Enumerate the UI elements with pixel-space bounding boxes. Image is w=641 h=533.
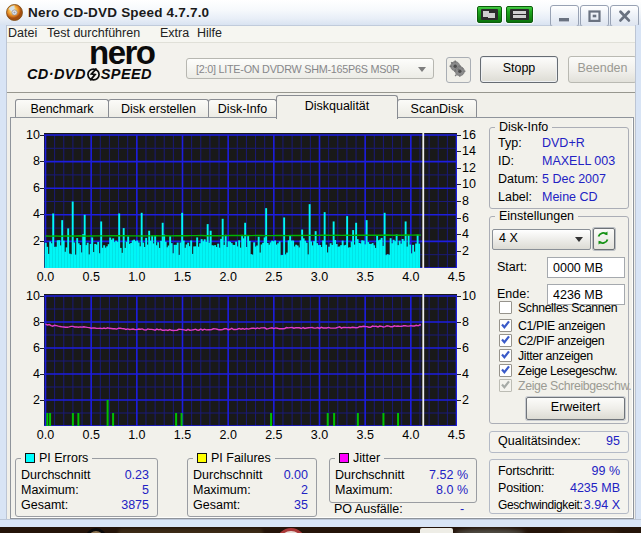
disk-label-value: Meine CD	[542, 190, 598, 205]
exit-button[interactable]: Beenden	[568, 56, 637, 83]
tray-save-glyph	[510, 9, 529, 20]
advanced-button[interactable]: Erweitert	[526, 397, 625, 420]
start-input[interactable]	[547, 257, 625, 278]
minimize-icon	[551, 6, 578, 26]
y-axis-left-label: 8	[24, 155, 40, 168]
quality-index-box: Qualitätsindex: 95	[489, 431, 629, 453]
axis-tick	[457, 218, 461, 219]
window-frame-right	[635, 25, 641, 519]
x-axis-label: 3.5	[350, 429, 380, 442]
y-axis-left-label: 10	[24, 129, 40, 142]
pi-errors-chart	[44, 133, 457, 268]
close-button[interactable]	[610, 5, 639, 27]
axis-tick	[40, 296, 44, 297]
disk-typ-value: DVD+R	[542, 136, 585, 151]
tab-disk-erstellen[interactable]: Disk erstellen	[108, 99, 209, 118]
y-axis-left-label: 8	[24, 316, 40, 329]
jitter-stats-title: Jitter	[335, 452, 384, 465]
chevron-down-icon	[418, 67, 426, 72]
settings-title: Einstellungen	[495, 210, 578, 223]
disk-info-title: Disk-Info	[495, 121, 552, 134]
y-axis-left-label: 4	[24, 208, 40, 221]
check-icon	[500, 334, 511, 345]
y-axis-right-label: 10	[462, 290, 480, 303]
tab-benchmark[interactable]: Benchmark	[15, 99, 109, 118]
stat-label: Durchschnitt	[193, 468, 262, 483]
y-axis-right-label: 6	[462, 212, 480, 225]
checkbox-box	[499, 379, 512, 392]
check-icon	[500, 319, 511, 330]
checkbox-jitter-anzeigen[interactable]: Jitter anzeigen	[499, 349, 593, 363]
checkbox-zeige-lesegeschw[interactable]: Zeige Lesegeschw.	[499, 364, 617, 378]
maximize-button[interactable]	[580, 5, 609, 27]
menu-extra[interactable]: Extra	[160, 26, 189, 42]
menu-datei[interactable]: Datei	[8, 26, 37, 42]
axis-tick	[40, 322, 44, 323]
pi-failures-stats: PI Failures Durchschnitt 0.00 Maximum: 2…	[187, 458, 317, 517]
y-axis-right-label: 8	[462, 195, 480, 208]
drive-select[interactable]: [2:0] LITE-ON DVDRW SHM-165P6S MS0R	[186, 58, 434, 79]
title-bar: Nero CD-DVD Speed 4.7.7.0	[0, 0, 641, 26]
checkbox-zeige-schreibgeschw[interactable]: Zeige Schreibgeschw.	[499, 379, 631, 393]
x-axis-label: 4.0	[396, 429, 426, 442]
y-axis-right-label: 16	[462, 129, 480, 142]
x-axis-label: 4.0	[396, 271, 426, 284]
tab-diskqualitaet[interactable]: Diskqualität	[276, 95, 398, 119]
window-frame-left	[0, 25, 7, 519]
tray-save-icon[interactable]	[506, 6, 533, 23]
eject-button[interactable]	[446, 57, 471, 83]
checkbox-box	[499, 364, 512, 377]
window-title: Nero CD-DVD Speed 4.7.7.0	[28, 5, 209, 21]
axis-tick	[457, 184, 461, 185]
axis-tick	[457, 251, 461, 252]
desktop-background	[0, 527, 641, 533]
pi-failures-legend-swatch	[197, 453, 207, 463]
check-icon	[500, 349, 511, 360]
y-axis-left-label: 10	[24, 290, 40, 303]
tab-scandisk[interactable]: ScanDisk	[397, 99, 477, 118]
stop-button[interactable]: Stopp	[480, 56, 558, 83]
checkbox-c2-pif-anzeigen[interactable]: C2/PIF anzeigen	[499, 334, 604, 348]
tray-capture-icon[interactable]	[477, 6, 502, 23]
stat-value: 35	[294, 498, 308, 513]
nero-logo: nero	[89, 38, 155, 68]
po-failures-label: PO Ausfälle:	[334, 502, 403, 517]
disk-id-value: MAXELL 003	[542, 154, 615, 169]
stat-label: Maximum:	[335, 483, 393, 498]
geschwindigkeit-value: 3.94 X	[584, 498, 620, 513]
stat-value: 7.52 %	[429, 468, 468, 483]
x-axis-label: 1.0	[122, 429, 152, 442]
progress-box: Fortschritt: 99 % Position: 4235 MB Gesc…	[489, 459, 629, 514]
minimize-button[interactable]	[550, 5, 579, 27]
axis-tick	[457, 168, 461, 169]
axis-tick	[457, 348, 461, 349]
quality-index-label: Qualitätsindex:	[498, 434, 581, 449]
check-icon	[500, 379, 511, 390]
checkbox-c1-pie-anzeigen[interactable]: C1/PIE anzeigen	[499, 319, 605, 333]
stat-label: Gesamt:	[21, 498, 68, 513]
check-icon	[500, 364, 511, 375]
axis-tick	[457, 201, 461, 202]
x-axis-label: 1.5	[168, 429, 198, 442]
tab-disk-info[interactable]: Disk-Info	[208, 99, 277, 118]
speed-select-value: 4 X	[499, 231, 518, 245]
toolbar: nero CD·DVD SPEED [2:0] LITE-ON DVDRW SH…	[0, 43, 641, 93]
x-axis-label: 2.0	[213, 271, 243, 284]
axis-tick	[40, 161, 44, 162]
y-axis-right-label: 4	[462, 368, 480, 381]
axis-tick	[457, 322, 461, 323]
checkbox-schnelles-scannen[interactable]: Schnelles Scannen	[499, 301, 617, 315]
x-axis-label: 0.0	[31, 429, 61, 442]
refresh-button[interactable]	[593, 228, 615, 250]
menu-hilfe[interactable]: Hilfe	[197, 26, 222, 42]
checkbox-box	[499, 301, 512, 314]
refresh-icon	[594, 229, 612, 247]
ende-label: Ende:	[497, 287, 530, 302]
speed-bolt-icon	[86, 68, 101, 81]
x-axis-label: 2.5	[259, 429, 289, 442]
stat-value: 2	[301, 483, 308, 498]
pi-errors-scan-svg	[44, 133, 457, 268]
axis-tick	[40, 214, 44, 215]
speed-select[interactable]: 4 X	[492, 229, 591, 250]
checkbox-box	[499, 334, 512, 347]
